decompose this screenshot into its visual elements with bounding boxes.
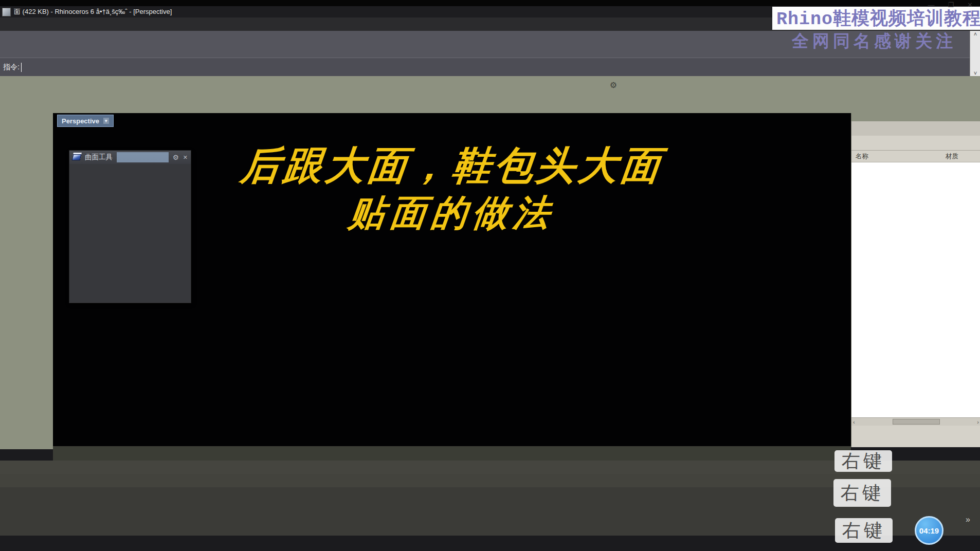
- palette-title-highlight: [117, 152, 169, 162]
- ribbon-gear-icon[interactable]: ⚙: [606, 77, 621, 93]
- palette-title-bar[interactable]: 曲面工具 ⚙ ✕: [69, 151, 191, 164]
- hscroll-thumb[interactable]: [893, 419, 940, 425]
- hscroll-right-icon[interactable]: ›: [977, 419, 979, 425]
- osnap-bar: [0, 461, 980, 474]
- layer-list-empty-area[interactable]: [851, 162, 980, 417]
- name-column-header: 名称: [851, 152, 868, 161]
- close-icon[interactable]: ✕: [967, 1, 973, 9]
- viewport-title: Perspective: [62, 117, 99, 125]
- surface-tools-palette[interactable]: 曲面工具 ⚙ ✕: [69, 150, 191, 303]
- viewport-title-tab[interactable]: Perspective ▾: [57, 115, 114, 127]
- command-input[interactable]: 指令:: [0, 58, 980, 76]
- color-palette-row: [0, 512, 980, 536]
- panel-tab-strip: [851, 121, 980, 136]
- scroll-up-icon[interactable]: ˄: [974, 31, 977, 37]
- palette-icon: [72, 154, 82, 160]
- panel-top-strip: [851, 113, 980, 121]
- ribbon: ⚙: [0, 76, 980, 113]
- rhino-app-icon: [2, 8, 11, 16]
- right-click-hint-3: 右键: [835, 518, 893, 543]
- palette-title: 曲面工具: [85, 153, 113, 162]
- window-title: 面 (422 KB) - Rhinoceros 6 å•†ä¸šç‰ˆ - [P…: [14, 7, 172, 16]
- layers-header-row: 名称 材质: [851, 151, 980, 162]
- right-click-hint-1: 右键: [834, 450, 892, 472]
- restore-icon[interactable]: ❐: [948, 1, 954, 9]
- palette-gear-icon[interactable]: ⚙: [173, 153, 179, 161]
- minimize-icon[interactable]: —: [928, 1, 934, 9]
- material-column-header: 材质: [946, 152, 958, 161]
- watermark-title: Rhino鞋模视频培训教程: [772, 6, 980, 30]
- layers-toolbar: [851, 136, 980, 151]
- perspective-viewport[interactable]: Perspective ▾ 后跟大面，鞋包头大面 贴面的做法 曲面工具 ⚙ ✕: [53, 113, 851, 446]
- left-sidebar-toolbar: [0, 113, 53, 449]
- top-black-strip: [0, 0, 980, 6]
- hscroll-left-icon[interactable]: ‹: [853, 419, 855, 425]
- status-bar: [0, 536, 980, 551]
- more-chevron-icon[interactable]: »: [966, 515, 970, 524]
- viewport-menu-caret-icon[interactable]: ▾: [103, 118, 109, 124]
- watermark-subtitle: 全网同名感谢关注: [792, 30, 956, 53]
- palette-close-icon[interactable]: ✕: [183, 154, 188, 161]
- viewport-tab-bar: [53, 446, 851, 461]
- text-caret: [21, 63, 22, 72]
- time-badge: 04:19: [915, 516, 943, 545]
- palette-icon-grid: [69, 164, 191, 167]
- right-click-hint-2: 右键: [833, 479, 891, 507]
- layers-panel: 名称 材质 ‹ ›: [851, 113, 980, 447]
- window-controls: — ❐ ✕: [928, 1, 973, 9]
- command-scrollbar[interactable]: ˄ ˅: [970, 31, 980, 76]
- watermark-band: Rhino鞋模视频培训教程: [772, 7, 980, 30]
- command-prompt-label: 指令:: [3, 63, 20, 72]
- panel-hscrollbar[interactable]: ‹ ›: [851, 417, 980, 426]
- scroll-down-icon[interactable]: ˅: [974, 70, 977, 76]
